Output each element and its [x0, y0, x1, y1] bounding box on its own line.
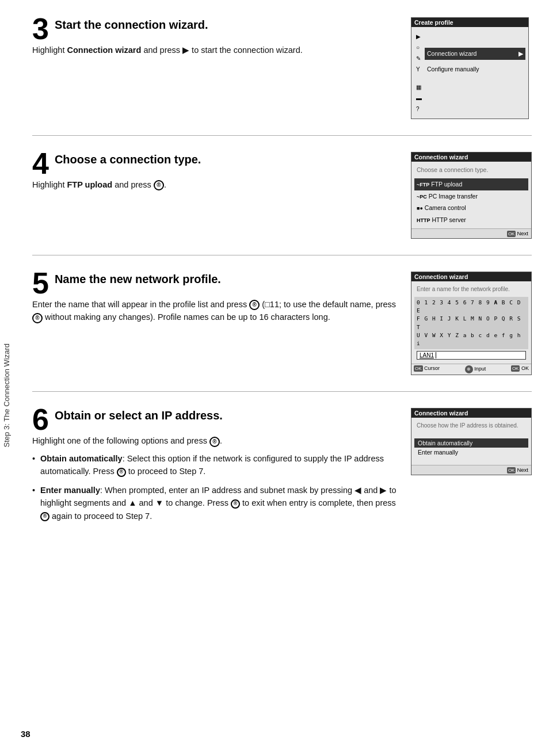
screen4-footer: OKNext [411, 228, 531, 238]
step-6-section: 6 Obtain or select an IP address. Highli… [32, 402, 532, 534]
ok-badge: OK [507, 231, 516, 237]
cursor-badge: OK [414, 365, 423, 372]
screen6-header: Connection wizard [411, 408, 531, 418]
page-number: 38 [21, 729, 30, 739]
screen4-body: Choose a connection type. ~FTP FTP uploa… [411, 162, 531, 228]
step-4-number: 4 [32, 148, 49, 178]
divider-5-6 [32, 391, 532, 392]
step-6-text: 6 Obtain or select an IP address. Highli… [32, 408, 399, 528]
footer-input: ⊕ Input [465, 365, 486, 373]
step-5-screen: Connection wizard Enter a name for the n… [411, 272, 532, 376]
step-5-title: Name the new network profile. [32, 272, 399, 287]
step-3-body: Highlight Connection wizard and press ▶ … [32, 44, 399, 56]
step-6-screen: Connection wizard Choose how the IP addr… [411, 408, 532, 528]
screen5-header: Connection wizard [411, 272, 531, 281]
step-5-text: 5 Name the new network profile. Enter th… [32, 272, 399, 376]
screen3-header: Create profile [411, 18, 528, 27]
step-4-text: 4 Choose a connection type. Highlight FT… [32, 152, 399, 239]
screen4-header: Connection wizard [411, 152, 531, 162]
bullet-obtain: Obtain automatically: Select this option… [32, 452, 399, 478]
screen3-body: ▶ ○ ✎ Y ▦ ▬ ? Connection wizard [411, 27, 528, 119]
screen5-body: Enter a name for the network profile. 0 … [411, 281, 531, 364]
field-value: LAN1 [420, 352, 434, 358]
step-4-section: 4 Choose a connection type. Highlight FT… [32, 146, 532, 245]
side-label: Step 3: The Connection Wizard [0, 35, 13, 756]
main-content: 3 Start the connection wizard. Highlight… [21, 0, 549, 568]
screen6-enter-manually[interactable]: Enter manually [414, 448, 528, 457]
footer-cursor: OK Cursor [414, 365, 440, 373]
step-4-body: Highlight FTP upload and press ®. [32, 178, 399, 191]
step-3-title: Start the connection wizard. [32, 17, 399, 32]
screen3-configure-manually[interactable]: Configure manually [425, 63, 525, 75]
ok-badge-3: OK [507, 467, 516, 474]
cursor [436, 352, 436, 358]
step-6-body: Highlight one of the following options a… [32, 434, 399, 522]
input-circle: ⊕ [465, 365, 473, 373]
screen6-subtitle: Choose how the IP address is obtained. [414, 420, 528, 432]
screen6-footer: OKNext [411, 465, 531, 475]
ok-badge-2: OK [511, 365, 520, 372]
step-6-bullets: Obtain automatically: Select this option… [32, 452, 399, 522]
screen4-camera[interactable]: ■● Camera control [414, 202, 528, 214]
step-5-section: 5 Name the new network profile. Enter th… [32, 266, 532, 381]
step-6-title: Obtain or select an IP address. [32, 408, 399, 423]
screen4-ftp[interactable]: ~FTP FTP upload [414, 178, 528, 190]
step-3-section: 3 Start the connection wizard. Highlight… [32, 12, 532, 125]
screen4-subtitle: Choose a connection type. [414, 164, 528, 176]
connection-wizard-label: Connection wizard [427, 49, 476, 59]
divider-4-5 [32, 255, 532, 255]
step-4-title: Choose a connection type. [32, 152, 399, 167]
step-3-number: 3 [32, 14, 49, 44]
step-4-screen: Connection wizard Choose a connection ty… [411, 152, 532, 239]
screen4-http[interactable]: HTTP HTTP server [414, 214, 528, 226]
screen5-footer: OK Cursor ⊕ Input OK OK [411, 364, 531, 375]
screen5-subtitle: Enter a name for the network profile. [414, 284, 528, 295]
step-5-number: 5 [32, 268, 49, 298]
screen5-field[interactable]: LAN1 [417, 351, 526, 360]
screen4-pc[interactable]: ~PC PC Image transfer [414, 190, 528, 203]
step-3-text: 3 Start the connection wizard. Highlight… [32, 17, 399, 119]
screen6-body: Choose how the IP address is obtained. O… [411, 418, 531, 465]
footer-ok: OK OK [511, 365, 529, 373]
divider-3-4 [32, 135, 532, 136]
step-6-number: 6 [32, 404, 49, 434]
screen3-connection-wizard[interactable]: Connection wizard ▶ [425, 48, 525, 60]
screen5-keyboard: 0 1 2 3 4 5 6 7 8 9 A B C D E F G H I J … [414, 297, 528, 350]
step-3-screen: Create profile ▶ ○ ✎ Y ▦ ▬ ? [411, 17, 532, 119]
screen6-obtain-auto[interactable]: Obtain automatically [414, 438, 528, 448]
step-5-body: Enter the name that will appear in the p… [32, 298, 399, 324]
arrow-right-icon: ▶ [518, 49, 523, 59]
bullet-manually: Enter manually: When prompted, enter an … [32, 484, 399, 522]
